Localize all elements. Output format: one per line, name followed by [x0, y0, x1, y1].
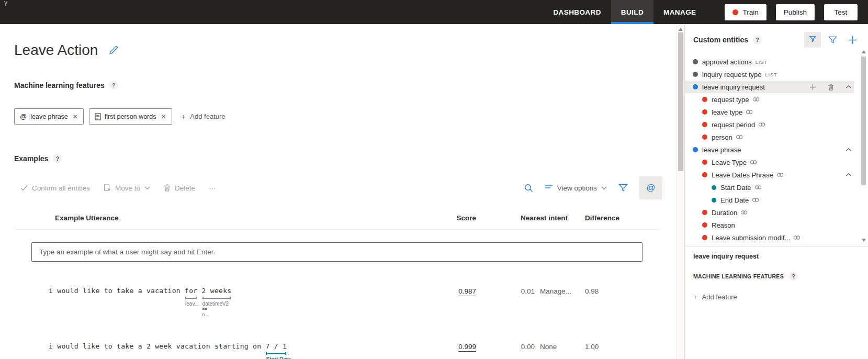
entity-row-approval-actions[interactable]: approval actionsLIST	[685, 55, 854, 68]
entity-label: Leave Type	[712, 159, 747, 166]
scrollbar-thumb[interactable]	[861, 57, 866, 185]
tab-dashboard[interactable]: DASHBOARD	[543, 0, 611, 24]
tab-build[interactable]: BUILD	[611, 0, 653, 24]
add-feature-button[interactable]: + Add feature	[182, 112, 226, 121]
labeled-entity-segment[interactable]: forleav...	[185, 287, 197, 295]
nearest-intent-name: None	[535, 342, 585, 351]
add-entity-icon[interactable]	[844, 32, 861, 48]
entity-dot	[702, 172, 707, 177]
utterance-row[interactable]: i would like to take a 2 week vacation s…	[14, 342, 660, 359]
entity-row-start-date[interactable]: Start Date	[685, 181, 854, 194]
entity-labels-toggle-button[interactable]: @	[639, 176, 662, 199]
entity-type-badge: LIST	[765, 72, 777, 77]
collapse-chevron-icon[interactable]	[846, 85, 852, 89]
feature-chip-leave-phrase[interactable]: @ leave phrase ✕	[14, 108, 84, 125]
entity-dot	[712, 185, 716, 190]
link-icon	[793, 235, 801, 240]
link-icon	[752, 197, 759, 203]
entity-row-end-date[interactable]: End Date	[685, 194, 854, 206]
remove-feature-icon[interactable]: ✕	[72, 113, 78, 120]
trash-icon	[164, 184, 171, 192]
entity-row-request-period[interactable]: request period	[685, 118, 854, 131]
test-button[interactable]: Test	[824, 4, 858, 20]
selected-entity-name: leave inquiry request	[693, 253, 860, 260]
entity-detail-footer: leave inquiry request MACHINE LEARNING F…	[685, 246, 868, 359]
feature-chip-first-person-words[interactable]: first person words ✕	[89, 108, 172, 125]
entity-row-reason[interactable]: Reason	[685, 219, 854, 231]
entity-row-leave-type[interactable]: Leave Type	[685, 156, 854, 169]
labeled-entity-segment[interactable]: 7 / 1Start Date	[265, 342, 287, 350]
examples-table: Example Utterance Score Nearest intent D…	[14, 207, 660, 359]
entity-label-tag: datetimeV2	[202, 301, 229, 307]
entity-bracket	[266, 352, 286, 355]
collapse-chevron-icon[interactable]	[846, 148, 852, 152]
custom-entities-help-icon[interactable]: ?	[753, 36, 762, 44]
entity-row-request-type[interactable]: request type	[685, 93, 854, 106]
check-icon	[20, 185, 28, 191]
filter-entities-icon[interactable]	[824, 32, 841, 48]
entity-row-duration[interactable]: Duration	[685, 206, 854, 219]
entity-row-leave-submission-modif[interactable]: Leave submission modif...	[685, 231, 854, 244]
add-child-entity-icon[interactable]	[809, 84, 816, 91]
filter-icon[interactable]	[618, 184, 628, 192]
labeled-entity-segment[interactable]: 2 weeksdatetimeV2n...	[202, 287, 232, 295]
entity-row-leave-type[interactable]: leave type	[685, 106, 854, 118]
search-icon[interactable]	[524, 184, 533, 193]
top-nav: y DASHBOARD BUILD MANAGE Train Publish T…	[0, 0, 868, 24]
publish-button[interactable]: Publish	[776, 4, 815, 20]
train-status-dot	[732, 9, 738, 15]
link-icon	[752, 97, 760, 102]
entity-label: Reason	[712, 221, 735, 229]
link-icon	[776, 172, 784, 177]
ml-features-help-icon[interactable]: ?	[109, 81, 118, 89]
chevron-down-icon	[144, 186, 150, 190]
more-options-button[interactable]: ···	[209, 184, 216, 192]
nav-tabs: DASHBOARD BUILD MANAGE	[543, 0, 706, 24]
entity-row-person[interactable]: person	[685, 131, 854, 143]
entity-label: request type	[712, 96, 749, 104]
entity-bracket	[185, 297, 197, 299]
edit-intent-name-icon[interactable]	[108, 46, 118, 55]
train-button[interactable]: Train	[725, 4, 766, 20]
tab-manage[interactable]: MANAGE	[653, 0, 706, 24]
examples-help-icon[interactable]: ?	[53, 154, 62, 163]
col-header-nearest-intent: Nearest intent	[497, 214, 585, 222]
remove-feature-icon[interactable]: ✕	[160, 113, 166, 120]
entity-label: person	[712, 133, 732, 141]
scroll-up-arrow[interactable]	[679, 28, 683, 31]
entity-row-inquiry-request-type[interactable]: inquiry request typeLIST	[685, 68, 854, 81]
main-scrollbar[interactable]	[676, 24, 684, 359]
entity-view-toggle-icon[interactable]	[804, 32, 821, 48]
table-header-row: Example Utterance Score Nearest intent D…	[14, 207, 660, 230]
entity-list-scrollbar[interactable]	[860, 50, 867, 242]
delete-entity-icon[interactable]	[828, 84, 834, 91]
entity-row-leave-phrase[interactable]: leave phrase	[685, 143, 854, 156]
utterance-row[interactable]: i would like to take a vacation forleav.…	[14, 287, 660, 342]
collapse-chevron-icon[interactable]	[846, 173, 852, 177]
delete-button[interactable]: Delete	[164, 184, 195, 192]
entity-row-leave-inquiry-request[interactable]: leave inquiry request	[685, 81, 854, 93]
footer-add-feature-button[interactable]: + Add feature	[693, 293, 860, 301]
chevron-down-icon	[601, 186, 607, 190]
partial-logo-text: y	[0, 0, 7, 5]
score-value[interactable]: 0.999	[413, 342, 476, 351]
entity-label: inquiry request type	[702, 71, 761, 78]
scrollbar-thumb[interactable]	[678, 32, 683, 171]
scroll-up-arrow[interactable]	[862, 50, 866, 53]
entity-row-leave-dates-phrase[interactable]: Leave Dates Phrase	[685, 169, 854, 181]
score-value[interactable]: 0.987	[413, 287, 476, 295]
scroll-down-arrow[interactable]	[862, 239, 866, 242]
entity-dot	[693, 84, 698, 89]
entity-dot	[702, 222, 707, 228]
difference-value: 1.00	[585, 342, 660, 351]
view-options-button[interactable]: View options	[545, 184, 607, 192]
intent-detail-main: Leave Action Machine learning features ?…	[0, 24, 676, 359]
confirm-all-entities-button[interactable]: Confirm all entities	[20, 184, 90, 192]
footer-features-help-icon[interactable]: ?	[789, 272, 798, 281]
move-to-button[interactable]: Move to	[104, 184, 150, 192]
entity-dot	[702, 122, 707, 127]
link-icon	[758, 122, 765, 127]
new-utterance-input[interactable]	[31, 242, 642, 262]
col-header-score: Score	[413, 214, 476, 222]
entity-sub-label: n...	[202, 311, 210, 317]
